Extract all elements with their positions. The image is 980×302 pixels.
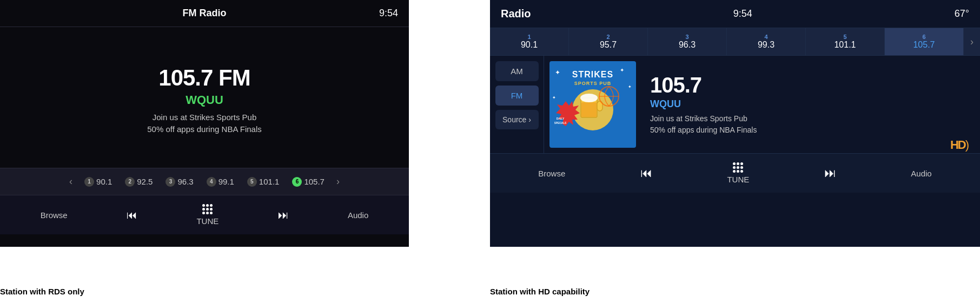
right-preset-tab-4[interactable]: 4 99.3 <box>727 28 806 55</box>
right-preset-freq-1: 90.1 <box>521 40 538 50</box>
svg-text:✦: ✦ <box>628 84 632 89</box>
left-header-title: FM Radio <box>183 8 227 19</box>
prev-track-icon: ⏮ <box>127 209 137 221</box>
right-preset-freq-4: 99.3 <box>758 40 774 50</box>
left-callsign: WQUU <box>186 93 223 107</box>
right-header-temperature: 67° <box>955 8 969 19</box>
right-preset-num-1: 1 <box>527 34 531 40</box>
right-header-title: Radio <box>501 8 531 20</box>
preset-item-2[interactable]: 2 92.5 <box>120 175 158 189</box>
right-caption: Station with HD capability <box>490 287 980 296</box>
left-frequency: 105.7 FM <box>158 65 250 91</box>
right-prev-track-icon: ⏮ <box>640 166 652 180</box>
right-preset-tab-3[interactable]: 3 96.3 <box>648 28 727 55</box>
hd-logo: HD <box>950 138 965 152</box>
right-preset-freq-3: 96.3 <box>679 40 696 50</box>
right-preset-num-6: 6 <box>922 34 925 40</box>
presets-prev-arrow[interactable]: ‹ <box>65 174 77 189</box>
left-caption: Station with RDS only <box>0 287 409 296</box>
left-rds-text: Join us at Strikes Sports Pub 50% off ap… <box>147 111 262 136</box>
right-header: Radio 9:54 67° <box>490 0 980 28</box>
preset-item-5[interactable]: 5 101.1 <box>242 175 285 189</box>
presets-next-arrow[interactable]: › <box>332 174 344 189</box>
preset-item-6[interactable]: 6 105.7 <box>287 175 330 189</box>
right-screen: Radio 9:54 67° 1 90.1 2 95.7 3 96.3 4 99… <box>490 0 980 247</box>
svg-rect-9 <box>581 102 597 117</box>
preset-freq-6: 105.7 <box>304 177 325 186</box>
left-presets-bar: ‹ 1 90.1 2 92.5 3 96.3 4 99.1 5 101.1 <box>0 168 409 195</box>
right-next-track-button[interactable]: ⏭ <box>818 164 843 182</box>
preset-freq-5: 101.1 <box>259 177 280 186</box>
left-screen: FM Radio 9:54 105.7 FM WQUU Join us at S… <box>0 0 409 247</box>
right-audio-button[interactable]: Audio <box>904 167 938 180</box>
right-header-time: 9:54 <box>733 8 752 19</box>
right-preset-num-5: 5 <box>843 34 846 40</box>
preset-badge-3: 3 <box>165 177 175 187</box>
right-tune-label: TUNE <box>727 175 749 184</box>
source-label: Source › <box>502 115 531 124</box>
right-rds-text: Join us at Strikes Sports Pub 50% off ap… <box>650 113 971 136</box>
audio-button[interactable]: Audio <box>341 208 375 222</box>
next-track-icon: ⏭ <box>278 209 289 221</box>
preset-freq-1: 90.1 <box>96 177 112 186</box>
right-presets-next-arrow[interactable]: › <box>964 32 980 52</box>
right-preset-tab-1[interactable]: 1 90.1 <box>490 28 569 55</box>
preset-freq-3: 96.3 <box>177 177 193 186</box>
preset-badge-1: 1 <box>84 177 94 187</box>
right-browse-label: Browse <box>538 169 565 178</box>
fm-button[interactable]: FM <box>495 86 539 106</box>
svg-text:SPECIALS: SPECIALS <box>554 122 567 124</box>
right-next-track-icon: ⏭ <box>824 166 836 180</box>
right-preset-freq-2: 95.7 <box>600 40 617 50</box>
svg-text:✦: ✦ <box>555 69 560 76</box>
right-presets-tabs: 1 90.1 2 95.7 3 96.3 4 99.3 5 101.1 6 10… <box>490 28 980 56</box>
preset-badge-2: 2 <box>125 177 135 187</box>
tune-button[interactable]: TUNE <box>190 202 225 228</box>
preset-badge-4: 4 <box>207 177 216 187</box>
svg-text:SPORTS PUB: SPORTS PUB <box>574 81 612 86</box>
right-preset-num-2: 2 <box>606 34 610 40</box>
captions-row: Station with RDS only Station with HD ca… <box>0 280 980 302</box>
left-main: 105.7 FM WQUU Join us at Strikes Sports … <box>0 27 409 168</box>
hd-paren-icon: ) <box>965 138 969 152</box>
right-preset-num-3: 3 <box>685 34 688 40</box>
preset-item-4[interactable]: 4 99.1 <box>201 175 240 189</box>
tune-grid-icon <box>202 204 213 214</box>
right-station-info: 105.7 WQUU Join us at Strikes Sports Pub… <box>641 56 980 153</box>
preset-item-3[interactable]: 3 96.3 <box>160 175 198 189</box>
left-bottom-bar: Browse ⏮ TUNE ⏭ Audio <box>0 195 409 234</box>
right-tune-button[interactable]: TUNE <box>720 160 756 186</box>
left-header-time: 9:54 <box>379 8 398 19</box>
hd-badge: HD ) <box>950 138 969 152</box>
browse-button[interactable]: Browse <box>34 208 74 222</box>
right-frequency-large: 105.7 <box>650 73 971 97</box>
am-button[interactable]: AM <box>495 61 539 81</box>
right-preset-freq-5: 101.1 <box>834 40 856 50</box>
audio-label: Audio <box>348 211 368 220</box>
right-audio-label: Audio <box>911 169 931 178</box>
svg-text:STRIKES: STRIKES <box>572 70 613 79</box>
svg-text:DAILY: DAILY <box>557 117 565 120</box>
prev-track-button[interactable]: ⏮ <box>120 207 144 224</box>
right-middle: AM FM Source › ✦ ✦ ✦ ✦ <box>490 56 980 153</box>
svg-point-8 <box>580 94 598 102</box>
right-preset-tab-2[interactable]: 2 95.7 <box>569 28 648 55</box>
preset-item-1[interactable]: 1 90.1 <box>79 175 117 189</box>
source-button[interactable]: Source › <box>495 110 539 129</box>
left-header: FM Radio 9:54 <box>0 0 409 27</box>
right-prev-track-button[interactable]: ⏮ <box>634 164 659 182</box>
right-browse-button[interactable]: Browse <box>532 167 572 180</box>
preset-freq-4: 99.1 <box>218 177 234 186</box>
right-preset-num-4: 4 <box>764 34 767 40</box>
next-track-button[interactable]: ⏭ <box>272 207 295 224</box>
right-bottom-bar: Browse ⏮ TUNE ⏭ Audio <box>490 153 980 193</box>
right-preset-freq-6: 105.7 <box>913 40 935 50</box>
right-tune-grid-icon <box>733 162 743 173</box>
preset-freq-2: 92.5 <box>137 177 153 186</box>
preset-badge-6: 6 <box>292 177 302 187</box>
right-preset-tab-5[interactable]: 5 101.1 <box>806 28 885 55</box>
right-preset-tab-6[interactable]: 6 105.7 <box>885 28 964 55</box>
tune-label: TUNE <box>196 216 218 226</box>
right-callsign: WQUU <box>650 99 971 110</box>
album-art: ✦ ✦ ✦ ✦ <box>549 61 636 148</box>
